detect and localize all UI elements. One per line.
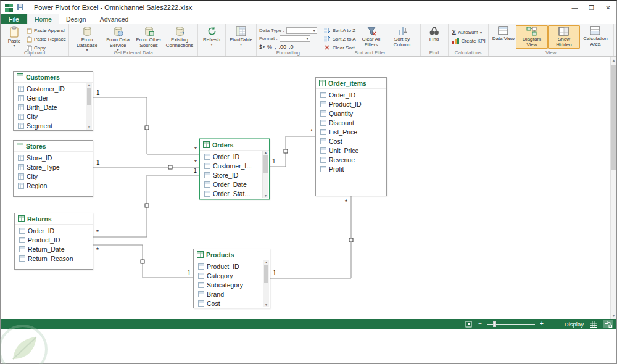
field-return-date[interactable]: Return_Date [15,244,93,254]
canvas-vertical-scrollbar[interactable]: ▲ ▼ [610,57,616,319]
table-scroll-down-icon[interactable]: ▼ [88,125,91,130]
field-customer-id[interactable]: Customer_ID [14,84,93,93]
create-kpi-button[interactable]: Create KPI [452,37,486,45]
field-product-id[interactable]: Product_ID [194,262,270,271]
table-scroll-track[interactable] [87,87,91,125]
field-gender[interactable]: Gender [14,93,93,102]
table-scrollbar[interactable]: ▲▼ [86,83,92,130]
scroll-down-icon[interactable]: ▼ [612,313,616,319]
field-unit-price[interactable]: Unit_Price [316,146,386,155]
calculation-area-button[interactable]: Calculation Area [580,25,611,48]
field-cost[interactable]: Cost [316,136,386,146]
table-header[interactable]: Stores [14,141,93,152]
field-order-id[interactable]: Order_ID [200,152,269,161]
zoom-in-button[interactable]: + [540,321,544,327]
close-button[interactable]: ✕ [600,1,616,14]
from-other-sources-button[interactable]: From Other Sources [133,25,164,49]
table-scroll-down-icon[interactable]: ▼ [264,194,267,198]
data-view-toggle-icon[interactable] [589,320,598,328]
table-header[interactable]: Order_items [316,78,386,89]
fit-to-window-icon[interactable] [463,320,473,328]
field-customer-i[interactable]: Customer_I... [200,161,269,170]
existing-connections-button[interactable]: Existing Connections [164,25,195,49]
maximize-button[interactable]: ❐ [583,1,600,14]
field-region[interactable]: Region [14,181,93,190]
field-store-id[interactable]: Store_ID [200,170,269,180]
diagram-table-orders[interactable]: OrdersOrder_IDCustomer_I...Store_IDOrder… [199,139,270,199]
diagram-view-button[interactable]: Diagram View [516,25,548,49]
table-header[interactable]: Returns [15,213,93,225]
scroll-up-icon[interactable]: ▲ [612,57,616,64]
table-scroll-up-icon[interactable]: ▲ [88,83,91,87]
field-profit[interactable]: Profit [316,164,386,173]
field-birth-date[interactable]: Birth_Date [14,102,93,112]
table-scroll-thumb[interactable] [87,88,91,105]
tab-home[interactable]: Home [27,14,59,24]
table-scrollbar[interactable]: ▲▼ [262,151,268,198]
sort-a-to-z-button[interactable]: Sort A to Z [324,27,356,35]
field-segment[interactable]: Segment [14,121,93,130]
data-type-dropdown[interactable]: ▾ [286,27,317,34]
table-scrollbar[interactable]: ▲▼ [263,260,269,307]
field-order-stat[interactable]: Order_Stat... [200,189,269,198]
zoom-out-button[interactable]: − [478,321,482,327]
field-list-price[interactable]: List_Price [316,127,386,136]
paste-replace-button[interactable]: Paste Replace [27,35,66,43]
diagram-table-products[interactable]: ProductsProduct_IDCategorySubcategoryBra… [193,249,270,308]
field-order-id[interactable]: Order_ID [15,226,93,235]
field-cost[interactable]: Cost [194,299,270,308]
diagram-table-order-items[interactable]: Order_itemsOrder_IDProduct_IDQuantityDis… [315,77,387,196]
minimize-button[interactable]: — [566,1,583,14]
table-header[interactable]: Customers [14,72,93,83]
zoom-slider-thumb[interactable] [493,321,496,327]
field-city[interactable]: City [14,112,93,121]
refresh-button[interactable]: Refresh ▾ [201,25,223,47]
field-category[interactable]: Category [194,271,270,280]
field-quantity[interactable]: Quantity [316,109,386,118]
paste-button[interactable]: Paste ▾ [3,25,25,48]
pivottable-button[interactable]: PivotTable ▾ [228,25,254,47]
field-brand[interactable]: Brand [194,289,270,299]
format-dropdown[interactable]: ▾ [280,35,310,42]
field-order-id[interactable]: Order_ID [316,90,386,99]
paste-append-button[interactable]: Paste Append [27,27,66,35]
table-scroll-track[interactable] [263,155,268,194]
data-view-button[interactable]: Data View [491,25,516,42]
from-data-service-button[interactable]: From Data Service ▾ [102,25,133,52]
find-button[interactable]: Find [423,25,445,43]
sort-by-column-button[interactable]: Sort by Column [387,25,418,48]
diagram-view-toggle-icon[interactable] [603,320,613,328]
table-scroll-track[interactable] [264,265,268,303]
field-discount[interactable]: Discount [316,118,386,127]
diagram-table-stores[interactable]: StoresStore_IDStore_TypeCityRegion [13,140,93,197]
tab-advanced[interactable]: Advanced [93,14,136,24]
autosum-button[interactable]: Σ AutoSum ▾ [452,28,486,36]
table-scroll-up-icon[interactable]: ▲ [265,260,268,265]
scrollbar-thumb[interactable] [611,65,616,170]
zoom-slider[interactable] [487,324,535,325]
sort-z-to-a-button[interactable]: Sort Z to A [324,35,356,43]
field-product-id[interactable]: Product_ID [15,235,93,244]
field-store-type[interactable]: Store_Type [14,162,93,172]
diagram-table-returns[interactable]: ReturnsOrder_IDProduct_IDReturn_DateRetu… [14,213,93,270]
table-header[interactable]: Products [194,249,270,260]
diagram-canvas[interactable]: 1*1**1*11*1* CustomersCustomer_IDGenderB… [1,57,616,319]
field-city[interactable]: City [14,172,93,181]
tab-design[interactable]: Design [59,14,93,24]
table-scroll-thumb[interactable] [263,155,268,173]
field-revenue[interactable]: Revenue [316,155,386,164]
table-header[interactable]: Orders [200,139,269,151]
field-return-reason[interactable]: Return_Reason [15,254,93,263]
field-subcategory[interactable]: Subcategory [194,280,270,289]
field-store-id[interactable]: Store_ID [14,153,93,162]
save-icon[interactable] [17,4,24,11]
scrollbar-track[interactable] [611,64,616,313]
table-scroll-thumb[interactable] [264,265,268,283]
tab-file[interactable]: File [1,14,27,24]
field-order-date[interactable]: Order_Date [200,180,269,189]
table-scroll-up-icon[interactable]: ▲ [264,151,267,155]
show-hidden-button[interactable]: Show Hidden [548,25,580,49]
diagram-table-customers[interactable]: CustomersCustomer_IDGenderBirth_DateCity… [13,71,93,131]
table-scroll-down-icon[interactable]: ▼ [265,303,268,307]
from-database-button[interactable]: From Database ▾ [72,25,102,52]
